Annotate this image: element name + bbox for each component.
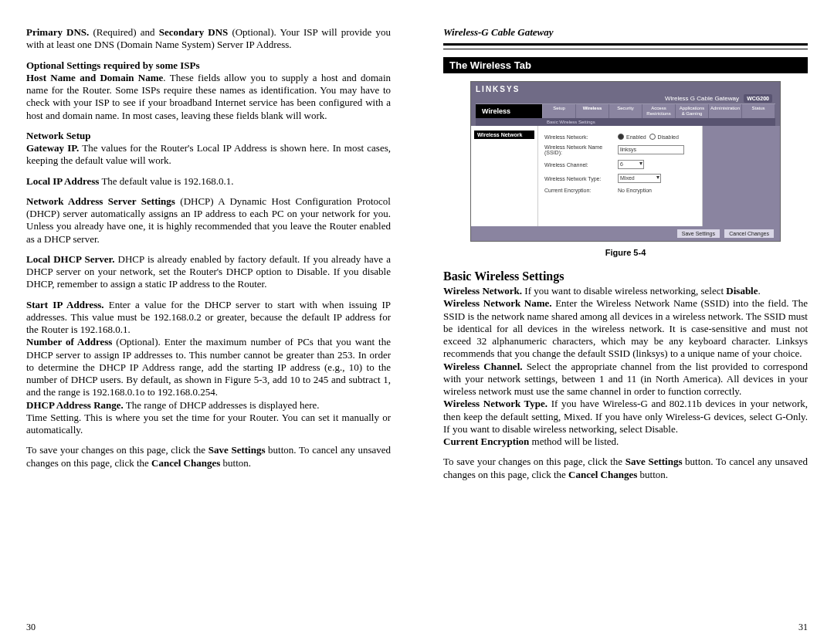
tab-wireless[interactable]: Wireless	[576, 104, 609, 118]
tab-access[interactable]: Access Restrictions	[642, 104, 676, 118]
rule-thin	[443, 49, 808, 49]
para-wireless-channel: Wireless Channel. Select the appropriate…	[443, 361, 808, 398]
rule-thick	[443, 43, 808, 46]
field-type: Wireless Network Type: Mixed	[544, 174, 696, 183]
heading-network-setup: Network Setup	[26, 130, 391, 142]
label-dhcp-range: DHCP Address Range.	[26, 399, 124, 411]
field-encryption: Current Encryption: No Encryption	[544, 188, 696, 193]
page-left: Primary DNS. (Required) and Secondary DN…	[0, 0, 417, 644]
para-local-ip: Local IP Address The default value is 19…	[26, 175, 391, 188]
channel-select[interactable]: 6	[618, 160, 644, 169]
section-bar-wireless-tab: The Wireless Tab	[443, 57, 808, 73]
encryption-value: No Encryption	[618, 188, 652, 193]
figure-footer: Save Settings Cancel Changes	[471, 226, 780, 241]
page-right: Wireless-G Cable Gateway The Wireless Ta…	[417, 0, 834, 644]
label-gateway-ip: Gateway IP.	[26, 142, 79, 154]
sub-nav: Basic Wireless Settings	[476, 118, 775, 126]
figure-body-left: Wireless Network	[471, 126, 537, 226]
right-body: Wireless Network. If you want to disable…	[443, 285, 808, 489]
field-wireless-network: Wireless Network: Enabled Disabled	[544, 134, 696, 140]
subnav-basic-wireless[interactable]: Basic Wireless Settings	[542, 118, 600, 126]
para-save-cancel-left: To save your changes on this page, click…	[26, 444, 391, 469]
save-settings-button[interactable]: Save Settings	[677, 229, 720, 238]
figure-body-right-pad	[703, 126, 780, 226]
para-save-cancel-right: To save your changes on this page, click…	[443, 456, 808, 481]
para-dhcp-range: DHCP Address Range. The range of DHCP ad…	[26, 399, 391, 412]
figure-form: Wireless Network: Enabled Disabled Wirel…	[537, 126, 703, 226]
tab-setup[interactable]: Setup	[543, 104, 576, 118]
two-page-spread: Primary DNS. (Required) and Secondary DN…	[0, 0, 834, 644]
nav-tabs: Setup Wireless Security Access Restricti…	[542, 104, 775, 118]
tab-admin[interactable]: Administration	[709, 104, 742, 118]
figure-body: Wireless Network Wireless Network: Enabl…	[471, 126, 780, 226]
figure-title-row: Wireless G Cable Gateway WCG200	[476, 93, 775, 104]
label-num-addr: Number of Address	[26, 336, 112, 347]
page-number-left: 30	[26, 622, 36, 633]
para-primary-dns: Primary DNS. (Required) and Secondary DN…	[26, 26, 391, 52]
para-wireless-network: Wireless Network. If you want to disable…	[443, 285, 808, 297]
label-secondary-dns: Secondary DNS	[159, 26, 229, 38]
para-num-addr: Number of Address (Optional). Enter the …	[26, 336, 391, 398]
tab-apps[interactable]: Applications & Gaming	[676, 104, 709, 118]
ssid-input[interactable]: linksys	[618, 145, 684, 154]
para-time-setting: Time Setting. This is where you set the …	[26, 412, 391, 437]
label-start-ip: Start IP Address.	[26, 299, 104, 310]
label-primary-dns: Primary DNS.	[26, 26, 89, 38]
para-host-domain: Host Name and Domain Name. These fields …	[26, 72, 391, 122]
nav-section-label: Wireless	[476, 104, 542, 118]
figure-caption: Figure 5-4	[443, 248, 808, 257]
left-body: Primary DNS. (Required) and Secondary DN…	[26, 26, 391, 477]
product-name: Wireless G Cable Gateway	[665, 95, 739, 102]
figure-router-ui: LINKSYS Wireless G Cable Gateway WCG200 …	[470, 81, 781, 242]
label-nass: Network Address Server Settings	[26, 195, 175, 207]
field-ssid: Wireless Network Name (SSID): linksys	[544, 144, 696, 155]
tab-security[interactable]: Security	[609, 104, 642, 118]
field-channel: Wireless Channel: 6	[544, 160, 696, 169]
figure-nav: Wireless Setup Wireless Security Access …	[476, 104, 775, 118]
para-nass: Network Address Server Settings (DHCP) A…	[26, 195, 391, 246]
para-local-dhcp: Local DHCP Server. DHCP is already enabl…	[26, 253, 391, 291]
cancel-changes-button[interactable]: Cancel Changes	[724, 229, 774, 238]
tab-status[interactable]: Status	[742, 104, 775, 118]
heading-optional-settings: Optional Settings required by some ISPs	[26, 59, 391, 72]
radio-enabled[interactable]	[618, 134, 624, 140]
radio-disabled[interactable]	[649, 134, 656, 140]
para-start-ip: Start IP Address. Enter a value for the …	[26, 299, 391, 337]
label-host-domain: Host Name and Domain Name	[26, 72, 163, 83]
para-gateway-ip: Gateway IP. The values for the Router's …	[26, 142, 391, 168]
label-local-dhcp: Local DHCP Server.	[26, 253, 114, 265]
page-number-right: 31	[798, 622, 808, 633]
running-head: Wireless-G Cable Gateway	[443, 26, 808, 39]
para-wireless-name: Wireless Network Name. Enter the Wireles…	[443, 297, 808, 360]
side-label-wireless-network: Wireless Network	[474, 130, 534, 139]
brand-logo: LINKSYS	[476, 85, 775, 93]
para-wireless-type: Wireless Network Type. If you have Wirel…	[443, 398, 808, 436]
para-current-encryption: Current Encryption method will be listed…	[443, 436, 808, 448]
heading-basic-wireless: Basic Wireless Settings	[443, 269, 808, 283]
model-badge: WCG200	[744, 94, 772, 103]
label-local-ip: Local IP Address	[26, 175, 99, 187]
figure-header: LINKSYS Wireless G Cable Gateway WCG200 …	[471, 82, 780, 126]
type-select[interactable]: Mixed	[618, 174, 661, 183]
